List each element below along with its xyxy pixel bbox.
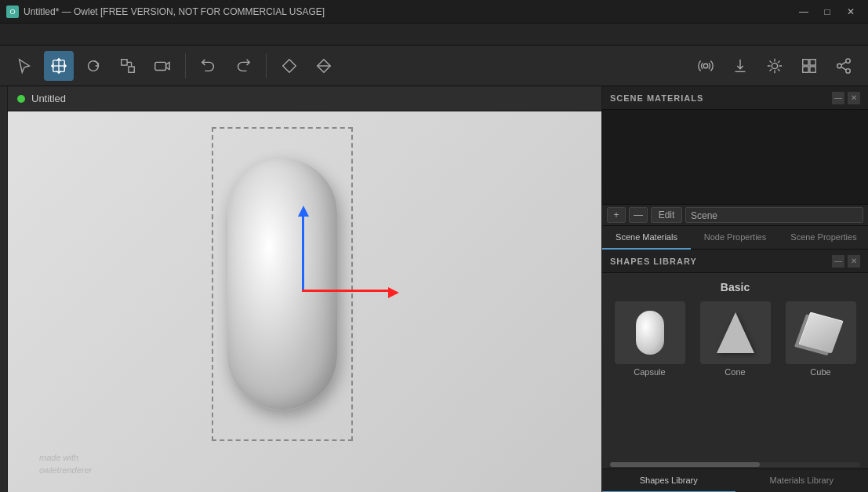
scene-label: Scene: [685, 207, 863, 223]
shapes-library-close-btn[interactable]: ✕: [848, 255, 860, 268]
svg-point-19: [846, 58, 851, 63]
menu-scene[interactable]: [44, 31, 60, 38]
x-axis-arrow: [388, 287, 399, 298]
viewport-tab: Untitled: [8, 86, 601, 111]
capsule-thumbnail: [615, 301, 685, 364]
shape-item-cone[interactable]: Cone: [695, 301, 775, 377]
tab-scene-materials[interactable]: Scene Materials: [602, 226, 691, 250]
render-preview-button[interactable]: [309, 51, 339, 81]
redo-button[interactable]: [228, 51, 258, 81]
shapes-category-title: Basic: [610, 281, 860, 293]
shapes-library-minimize-btn[interactable]: —: [832, 255, 844, 268]
cube-thumb-shape: [798, 312, 844, 354]
toolbar-separator-1: [185, 53, 186, 78]
camera-tool-button[interactable]: [147, 51, 177, 81]
scene-materials-title: SCENE MATERIALS: [610, 93, 703, 103]
menu-tools[interactable]: [63, 31, 78, 38]
shapes-library-title: SHAPES LIBRARY: [610, 257, 697, 266]
scene-materials-panel: SCENE MATERIALS — ✕ + — Edit Scene Scene…: [602, 86, 868, 250]
svg-marker-10: [283, 59, 296, 72]
main-area: Untitled made with owletrenderer: [0, 86, 868, 492]
viewport-canvas[interactable]: made with owletrenderer: [8, 111, 601, 492]
right-panel: SCENE MATERIALS — ✕ + — Edit Scene Scene…: [601, 86, 868, 492]
titlebar-controls: — □ ✕: [793, 4, 862, 20]
shapes-library-header: SHAPES LIBRARY — ✕: [602, 250, 868, 273]
svg-point-21: [846, 68, 851, 73]
app-icon: O: [6, 5, 19, 18]
titlebar-left: O Untitled* — Owlet [FREE VERSION, NOT F…: [6, 5, 325, 18]
menu-view[interactable]: [82, 31, 97, 38]
grid-button[interactable]: [794, 51, 824, 81]
materials-preview-area: [602, 110, 868, 204]
share-button[interactable]: [829, 51, 859, 81]
cone-label: Cone: [725, 367, 745, 377]
edit-material-button[interactable]: Edit: [651, 207, 682, 223]
svg-point-14: [772, 63, 777, 68]
keyframe-button[interactable]: [274, 51, 304, 81]
tab-materials-library[interactable]: Materials Library: [735, 469, 869, 493]
shapes-scroll-thumb: [610, 462, 760, 467]
cube-thumbnail: [786, 301, 856, 364]
viewport-status-dot: [17, 95, 25, 103]
menu-file[interactable]: [6, 31, 22, 38]
left-sidebar: [0, 86, 8, 492]
render-settings-button[interactable]: [691, 51, 721, 81]
cube-label: Cube: [810, 367, 830, 377]
shape-item-cube[interactable]: Cube: [781, 301, 860, 377]
svg-line-23: [841, 61, 846, 64]
minimize-button[interactable]: —: [793, 4, 815, 20]
menubar: [0, 24, 868, 46]
svg-point-13: [703, 64, 708, 68]
download-button[interactable]: [725, 51, 755, 81]
tab-shapes-library[interactable]: Shapes Library: [602, 469, 735, 493]
menu-edit[interactable]: [25, 31, 41, 38]
materials-toolbar: + — Edit Scene: [602, 204, 868, 226]
tab-scene-properties[interactable]: Scene Properties: [779, 226, 868, 250]
svg-line-22: [841, 67, 846, 70]
maximize-button[interactable]: □: [816, 4, 838, 20]
add-material-button[interactable]: +: [607, 207, 626, 223]
svg-rect-16: [810, 59, 815, 64]
menu-help[interactable]: [100, 31, 116, 38]
close-button[interactable]: ✕: [840, 4, 862, 20]
y-axis-arrow: [298, 206, 309, 217]
shapes-library-panel: SHAPES LIBRARY — ✕ Basic Capsule: [602, 250, 868, 492]
shapes-scroll-indicator: [610, 462, 860, 467]
svg-rect-17: [803, 66, 808, 71]
materials-tabs: Scene Materials Node Properties Scene Pr…: [602, 226, 868, 250]
move-tool-button[interactable]: [44, 51, 74, 81]
scene-materials-close-btn[interactable]: ✕: [848, 92, 860, 104]
rotate-tool-button[interactable]: [78, 51, 108, 81]
select-tool-button[interactable]: [9, 51, 39, 81]
shapes-bottom-tabs: Shapes Library Materials Library: [602, 468, 868, 492]
effects-button[interactable]: [760, 51, 790, 81]
capsule-thumb-shape: [636, 311, 664, 355]
viewport: Untitled made with owletrenderer: [8, 86, 601, 492]
toolbar-separator-2: [266, 53, 267, 78]
tab-node-properties[interactable]: Node Properties: [691, 226, 779, 250]
x-axis: [302, 290, 388, 292]
capsule-object: [227, 159, 337, 410]
viewport-tab-label: Untitled: [31, 93, 66, 104]
scale-tool-button[interactable]: [113, 51, 143, 81]
capsule-label: Capsule: [634, 367, 665, 377]
cone-thumb-shape: [717, 312, 754, 353]
svg-rect-18: [810, 66, 815, 71]
shapes-grid: Capsule Cone Cube: [610, 301, 860, 377]
window-title: Untitled* — Owlet [FREE VERSION, NOT FOR…: [24, 6, 325, 17]
watermark: made with owletrenderer: [39, 452, 92, 476]
toolbar: [0, 46, 868, 86]
shape-item-capsule[interactable]: Capsule: [610, 301, 689, 377]
svg-point-20: [837, 64, 842, 68]
capsule-mesh: [227, 159, 337, 410]
shapes-library-header-buttons: — ✕: [832, 255, 860, 268]
shapes-content: Basic Capsule Cone: [602, 273, 868, 461]
svg-rect-4: [122, 59, 127, 64]
svg-rect-8: [155, 62, 166, 70]
y-axis: [302, 213, 304, 292]
undo-button[interactable]: [194, 51, 223, 81]
scene-materials-header: SCENE MATERIALS — ✕: [602, 86, 868, 110]
svg-rect-5: [129, 66, 134, 71]
scene-materials-minimize-btn[interactable]: —: [832, 92, 844, 104]
remove-material-button[interactable]: —: [629, 207, 648, 223]
